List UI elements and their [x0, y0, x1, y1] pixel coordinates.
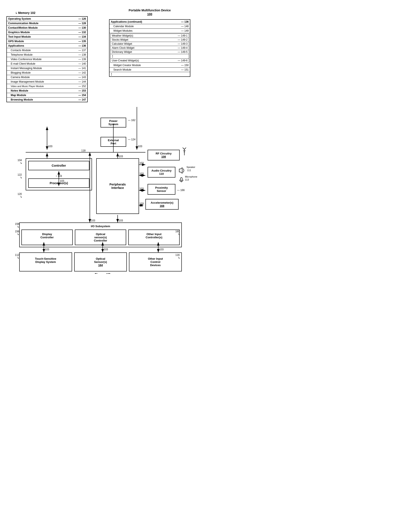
proximity-ref: — 166	[177, 189, 185, 192]
memory-row-gps: GPS Module— 135	[7, 39, 87, 44]
display-controller-label: DisplayController	[40, 233, 54, 239]
widget-row-weather: Weather Widget(s)— 149-1	[111, 34, 189, 38]
svg-text:103: 103	[48, 145, 52, 148]
io-ref-158: 158	[15, 222, 19, 225]
memory-row-im: Instant Messaging Module— 141	[7, 66, 87, 71]
proximity-sensor-box: ProximitySensor	[148, 184, 175, 195]
external-port-box: ExternalPort	[100, 137, 126, 147]
other-input-ref-arrow: ↳	[178, 233, 180, 236]
widget-row-user-created: User-Created Widget(s)— 149-6	[111, 59, 189, 63]
device-title: Portable Multifunction Device	[109, 9, 190, 12]
memory-label-area: ↳ Memory 102	[15, 11, 36, 14]
display-ref-arrow: ↳	[17, 233, 19, 236]
svg-text:103: 103	[104, 248, 108, 251]
apps-box: Applications (continued)— 136 Calendar M…	[109, 19, 190, 77]
memory-row-os: Operating System— 126	[7, 17, 87, 21]
svg-text:103: 103	[159, 248, 164, 251]
memory-row-blog: Blogging Module— 142	[7, 71, 87, 75]
apps-row-calendar: Calendar Module— 148	[109, 24, 190, 29]
svg-text:103: 103	[138, 145, 142, 148]
io-boxes-container: DisplayController Opticalsensor(s)Contro…	[21, 229, 180, 245]
memory-arrow-label: ↳	[15, 11, 18, 14]
display-controller-box: DisplayController	[21, 229, 73, 245]
rf-circuitry-box: RF Circuitry108	[148, 150, 180, 160]
audio-circuitry-label: Audio Circuitry110	[149, 169, 174, 175]
apps-row-dots: ⋮	[109, 72, 190, 76]
controller-label: Controller	[52, 164, 66, 167]
controller-box: Controller	[28, 161, 89, 170]
ctrl-ref-104: 104	[18, 159, 22, 162]
svg-text:103: 103	[139, 162, 144, 165]
optical-sensor-controller-label: Opticalsensor(s)Controller	[94, 233, 107, 242]
apps-row-continued: Applications (continued)— 136	[109, 20, 190, 24]
svg-text:103: 103	[139, 187, 144, 190]
accelerometer-box: Accelerometer(s)168	[145, 199, 179, 210]
processor-label: Processor(s)	[50, 181, 68, 185]
optical-sensor-controller-box: Opticalsensor(s)Controller	[75, 229, 126, 245]
processor-box: Processor(s)	[28, 178, 89, 188]
widget-row-calculator: Calculator Widget— 149-3	[111, 42, 189, 46]
memory-row-videoconf: Video Conference Module— 139	[7, 57, 87, 62]
memory-row-graphics: Graphics Module— 132	[7, 30, 87, 35]
figure-caption: Figure 1B	[4, 273, 201, 274]
svg-text:118: 118	[81, 149, 86, 152]
svg-text:103: 103	[139, 202, 144, 205]
svg-marker-5	[179, 168, 182, 173]
speaker-label: Speaker	[187, 166, 195, 168]
memory-row-telephone: Telephone Module— 138	[7, 53, 87, 57]
antenna-icon	[182, 147, 187, 156]
memory-title: Memory 102	[18, 11, 36, 14]
memory-box: Operating System— 126 Communication Modu…	[6, 16, 88, 102]
memory-row-image: Image Management Module— 144	[7, 80, 87, 84]
audio-circuitry-box: Audio Circuitry110	[148, 167, 175, 177]
apps-row-widgets: Widget Modules— 149	[109, 29, 190, 33]
diagram-container: ↳ Memory 102 Operating System— 126 Commu…	[4, 4, 201, 270]
ctrl-arrow2: ↳	[20, 176, 22, 179]
svg-text:103: 103	[91, 219, 95, 222]
memory-row-camera: Camera Module— 143	[7, 75, 87, 80]
other-devices-ref-116: 116	[175, 253, 180, 256]
peripherals-label: PeripheralsInterface	[109, 183, 126, 190]
touch-ref-arrow: ↳	[17, 256, 19, 259]
svg-line-1	[183, 148, 184, 149]
proc-ref-120: 120	[18, 192, 22, 196]
svg-text:103: 103	[45, 248, 49, 251]
touch-ref-112: 112	[15, 253, 19, 256]
memory-row-browsing: Browsing Module— 147	[7, 98, 87, 102]
speaker-ref: 111	[187, 169, 191, 171]
bottom-row: Touch-SensitiveDisplay System OpticalSen…	[19, 253, 182, 272]
widget-row-dictionary: Dictionary Widget— 149-5	[111, 50, 189, 54]
other-devices-ref-arrow: ↳	[178, 256, 180, 259]
other-input-ref-160: 160	[175, 230, 180, 233]
apps-row-widget-creator: Widget Creator Module— 150	[109, 63, 190, 68]
touch-display-box: Touch-SensitiveDisplay System	[19, 253, 72, 272]
optical-sensor-box: OpticalSensor(s)164	[74, 253, 127, 272]
memory-row-apps: Applications— 136	[7, 44, 87, 48]
widget-inner-box: Weather Widget(s)— 149-1 Stocks Widget— …	[110, 34, 189, 63]
microphone-ref: 113	[185, 178, 189, 181]
memory-row-comm: Communication Module— 128	[7, 21, 87, 26]
ctrl-ref-122: 122	[18, 173, 22, 176]
accelerometer-label: Accelerometer(s)168	[147, 201, 177, 208]
memory-row-text: Text Input Module— 134	[7, 35, 87, 39]
svg-text:103: 103	[119, 219, 123, 222]
microphone-label: Microphone	[185, 175, 197, 178]
microphone-icon	[179, 177, 184, 183]
other-input-devices-label: Other InputControlDevices	[148, 257, 163, 267]
widget-row-dots: ⋮	[111, 54, 189, 59]
memory-row-email: E-mail Client Module— 140	[7, 62, 87, 66]
widget-row-stocks: Stocks Widget— 149-2	[111, 38, 189, 42]
external-port-label: ExternalPort	[102, 139, 125, 145]
memory-row-map: Map Module— 154	[7, 93, 87, 98]
power-system-label: PowerSystem	[102, 119, 125, 126]
ctrl-arrow: ↳	[20, 162, 22, 165]
other-input-controller-box: Other InputController(s)	[128, 229, 180, 245]
io-subsystem-title: I/O Subsystem	[21, 225, 180, 228]
optical-sensor-label: OpticalSensor(s)164	[94, 257, 107, 267]
memory-row-contacts: Contacts Module— 137	[7, 48, 87, 53]
power-ref: — 162	[128, 119, 135, 122]
memory-row-contact: Contact/Motion Module— 130	[7, 26, 87, 30]
proc-arrow: ↳	[20, 195, 22, 198]
svg-rect-6	[181, 177, 182, 181]
svg-line-2	[184, 148, 186, 149]
